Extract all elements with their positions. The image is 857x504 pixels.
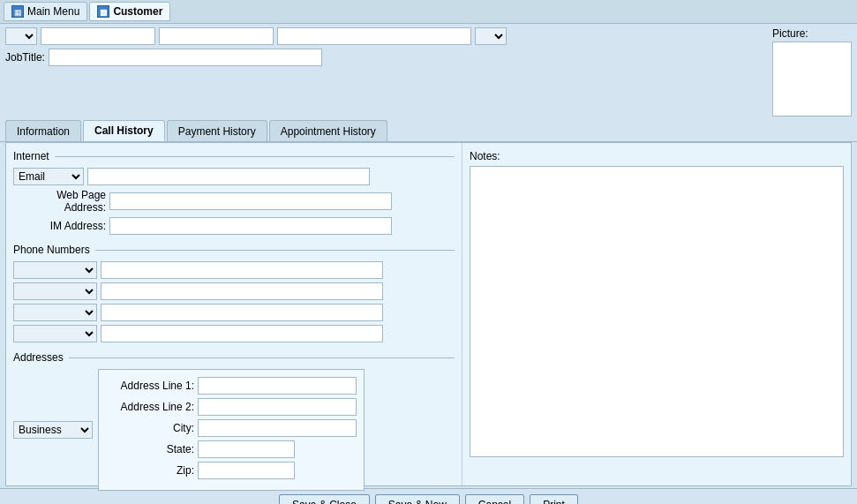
state-row: State: [106, 440, 357, 458]
notes-label: Notes: [470, 150, 844, 162]
notes-textarea[interactable] [470, 166, 844, 457]
middle-name-field[interactable] [159, 27, 274, 45]
addresses-title: Addresses [13, 351, 69, 364]
im-label: IM Address: [13, 220, 106, 232]
phone-title: Phone Numbers [13, 244, 95, 256]
addr-line1-label: Address Line 1: [106, 380, 194, 392]
phone-input-1[interactable] [101, 261, 383, 279]
save-new-button[interactable]: Save & New [375, 494, 460, 504]
email-input[interactable] [87, 168, 370, 185]
phone-row-2 [13, 282, 455, 300]
tab-payment-history[interactable]: Payment History [167, 120, 267, 141]
jobtitle-field[interactable] [49, 49, 322, 66]
print-button[interactable]: Print [530, 494, 578, 504]
suffix-dropdown[interactable] [475, 27, 507, 45]
title-bar: ▦ Main Menu ▦ Customer [0, 0, 857, 24]
phone-type-4[interactable] [13, 325, 97, 342]
top-row1 [5, 27, 762, 45]
phone-row-3 [13, 304, 455, 321]
phone-input-2[interactable] [101, 282, 383, 300]
internet-title: Internet [13, 150, 55, 162]
tabs-bar: Information Call History Payment History… [0, 120, 857, 142]
tab-appointment-history[interactable]: Appointment History [269, 120, 387, 141]
internet-header: Internet [13, 150, 455, 162]
picture-box[interactable] [772, 41, 852, 117]
email-row: Email [13, 168, 455, 185]
last-name-field[interactable] [277, 27, 471, 45]
addr-type-row: Business Address Line 1: Address Line 2:… [13, 369, 455, 491]
left-panel: Internet Email Web Page Address: IM Addr… [6, 143, 462, 485]
tab-call-history[interactable]: Call History [83, 120, 165, 141]
phone-row-4 [13, 325, 455, 342]
phone-input-3[interactable] [101, 304, 383, 321]
addr-line2-label: Address Line 2: [106, 401, 194, 413]
phone-type-1[interactable] [13, 261, 97, 279]
tab-main-menu[interactable]: ▦ Main Menu [4, 2, 87, 21]
addr-type-select[interactable]: Business [13, 421, 93, 439]
state-label: State: [106, 443, 194, 455]
phone-input-4[interactable] [101, 325, 383, 342]
city-label: City: [106, 422, 194, 434]
name-type-dropdown[interactable] [5, 27, 37, 45]
addr-line1-input[interactable] [198, 377, 357, 395]
top-fields: JobTitle: [5, 27, 762, 66]
phone-type-3[interactable] [13, 304, 97, 321]
customer-icon: ▦ [97, 5, 109, 18]
tab-customer[interactable]: ▦ Customer [89, 2, 170, 21]
tab-information[interactable]: Information [5, 120, 81, 141]
customer-label: Customer [113, 5, 162, 18]
phone-header: Phone Numbers [13, 244, 455, 256]
addresses-header: Addresses [13, 351, 455, 364]
email-type-select[interactable]: Email [13, 168, 84, 185]
city-row: City: [106, 419, 357, 437]
zip-input[interactable] [198, 462, 295, 479]
addresses-section: Addresses Business Address Line 1: Addre… [13, 351, 455, 491]
addr-line2-input[interactable] [198, 398, 357, 416]
internet-section: Internet Email Web Page Address: IM Addr… [13, 150, 455, 235]
addr-box: Address Line 1: Address Line 2: City: St… [98, 369, 365, 491]
right-panel: Notes: [462, 143, 851, 485]
phone-type-2[interactable] [13, 282, 97, 300]
main-menu-icon: ▦ [11, 5, 24, 18]
top-section: JobTitle: Picture: [0, 24, 857, 120]
cancel-button[interactable]: Cancel [465, 494, 524, 504]
webpage-label: Web Page Address: [13, 189, 106, 214]
state-input[interactable] [198, 440, 295, 458]
jobtitle-label: JobTitle: [5, 51, 45, 64]
picture-label: Picture: [772, 27, 808, 40]
first-name-field[interactable] [41, 27, 155, 45]
save-close-button[interactable]: Save & Close [279, 494, 370, 504]
internet-line [55, 156, 455, 157]
addr-line2-row: Address Line 2: [106, 398, 357, 416]
main-menu-label: Main Menu [27, 5, 79, 18]
addresses-line [69, 357, 455, 358]
webpage-input[interactable] [109, 192, 392, 210]
picture-section: Picture: [772, 27, 852, 117]
zip-label: Zip: [106, 464, 194, 477]
zip-row: Zip: [106, 462, 357, 479]
addr-line1-row: Address Line 1: [106, 377, 357, 395]
email-label-select: Email [13, 168, 84, 185]
phone-section: Phone Numbers [13, 244, 455, 342]
city-input[interactable] [198, 419, 357, 437]
im-row: IM Address: [13, 217, 455, 235]
im-input[interactable] [109, 217, 392, 235]
main-content: Internet Email Web Page Address: IM Addr… [5, 142, 852, 486]
webpage-row: Web Page Address: [13, 189, 455, 214]
phone-row-1 [13, 261, 455, 279]
top-row2: JobTitle: [5, 49, 762, 66]
phone-line [95, 250, 455, 251]
